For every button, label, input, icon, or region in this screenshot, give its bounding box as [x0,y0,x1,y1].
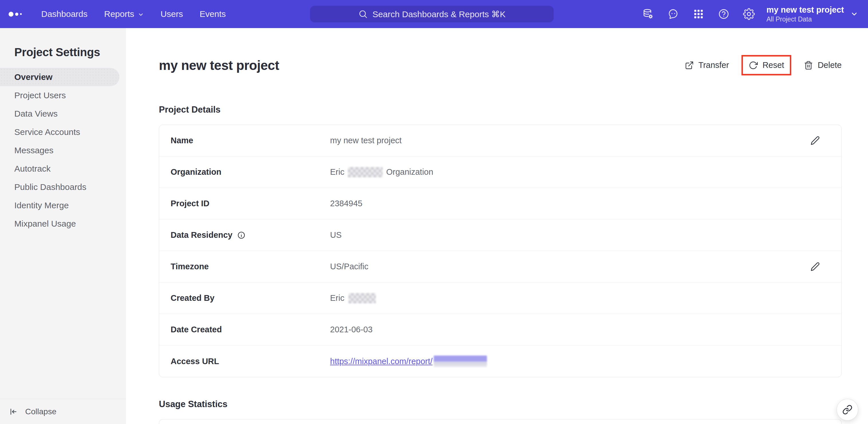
detail-row-name: Name my new test project [159,125,841,157]
row-label: Project ID [170,199,209,208]
detail-row-created-by: Created By Eric [159,282,841,314]
sidebar-item-overview[interactable]: Overview [0,68,119,86]
help-icon[interactable] [718,8,730,20]
main-content: my new test project Transfer Reset [126,28,868,424]
page-title: my new test project [159,58,279,73]
pencil-icon [810,136,820,145]
apps-grid-icon[interactable] [692,8,705,20]
row-value: 2021-06-03 [330,325,372,334]
data-management-icon[interactable] [642,8,654,20]
row-label: Name [170,136,193,145]
nav-dashboards[interactable]: Dashboards [41,9,88,19]
collapse-button[interactable]: Collapse [0,399,126,424]
sidebar-item-public-dashboards[interactable]: Public Dashboards [0,178,119,196]
row-label: Date Created [170,325,222,334]
row-value: 2384945 [330,199,363,208]
transfer-label: Transfer [699,60,729,70]
settings-gear-icon[interactable] [743,8,755,20]
sidebar-item-project-users[interactable]: Project Users [0,86,119,105]
detail-row-project-id: Project ID 2384945 [159,188,841,220]
detail-row-access-url: Access URL https://mixpanel.com/report/ [159,345,841,377]
row-label: Access URL [170,357,219,366]
nav-reports-label: Reports [104,9,134,19]
delete-button[interactable]: Delete [804,60,842,70]
external-link-icon [685,61,694,70]
row-label: Created By [170,293,214,303]
section-usage-statistics: Usage Statistics [159,399,842,409]
copy-link-button[interactable] [837,399,858,421]
row-label: Data Residency [170,230,232,240]
edit-timezone-button[interactable] [810,262,820,271]
settings-sidebar: Project Settings Overview Project Users … [0,28,126,424]
current-project-scope: All Project Data [766,16,812,23]
section-project-details: Project Details [159,105,842,115]
row-value: Eric [330,293,344,303]
sidebar-title: Project Settings [14,46,126,59]
redacted-text [434,356,487,367]
usage-statistics-card [159,419,842,424]
detail-row-timezone: Timezone US/Pacific [159,251,841,282]
row-label: Organization [170,167,221,177]
row-label: Timezone [170,262,209,271]
project-details-card: Name my new test project Organization Er… [159,124,842,377]
detail-row-date-created: Date Created 2021-06-03 [159,314,841,345]
mixpanel-logo-icon[interactable] [8,12,22,17]
chevron-down-icon [138,11,144,18]
search-icon [358,9,368,19]
reset-label: Reset [762,60,784,70]
access-url-link[interactable]: https://mixpanel.com/report/ [330,357,433,366]
top-navbar: Dashboards Reports Users Events Search D… [0,0,868,28]
trash-icon [804,61,813,70]
row-value: my new test project [330,136,402,145]
reset-button[interactable]: Reset [749,60,784,70]
sidebar-item-mixpanel-usage[interactable]: Mixpanel Usage [0,215,119,233]
project-actions: Transfer Reset Delete [685,55,842,75]
delete-label: Delete [817,60,842,70]
row-value: US/Pacific [330,262,368,271]
feedback-icon[interactable] [667,8,679,20]
navbar-utilities: my new test project All Project Data [642,0,858,28]
nav-events[interactable]: Events [199,9,226,19]
link-icon [842,404,852,415]
edit-name-button[interactable] [810,136,820,145]
reset-icon [749,61,758,70]
redacted-text [348,293,376,303]
sidebar-item-data-views[interactable]: Data Views [0,105,119,123]
redacted-text [348,167,383,177]
info-icon[interactable] [237,231,246,239]
transfer-button[interactable]: Transfer [685,60,729,70]
collapse-label: Collapse [25,407,56,416]
sidebar-item-messages[interactable]: Messages [0,141,119,160]
detail-row-data-residency: Data Residency US [159,220,841,251]
pencil-icon [810,262,820,271]
collapse-icon [8,407,18,416]
annotation-reset-highlight: Reset [741,55,791,75]
search-input[interactable]: Search Dashboards & Reports ⌘K [310,6,554,22]
sidebar-item-autotrack[interactable]: Autotrack [0,160,119,178]
main-nav: Dashboards Reports Users Events [41,9,226,19]
row-value: Organization [386,167,433,177]
chevron-down-icon [850,10,858,18]
sidebar-item-service-accounts[interactable]: Service Accounts [0,123,119,141]
row-value: US [330,230,342,240]
detail-row-organization: Organization Eric Organization [159,157,841,188]
current-project-name: my new test project [766,5,844,15]
nav-reports[interactable]: Reports [104,9,144,19]
settings-menu: Overview Project Users Data Views Servic… [0,68,126,233]
row-value: Eric [330,167,344,177]
search-placeholder: Search Dashboards & Reports ⌘K [372,9,505,19]
sidebar-item-identity-merge[interactable]: Identity Merge [0,196,119,215]
project-switcher[interactable]: my new test project All Project Data [766,5,858,23]
nav-users[interactable]: Users [161,9,183,19]
